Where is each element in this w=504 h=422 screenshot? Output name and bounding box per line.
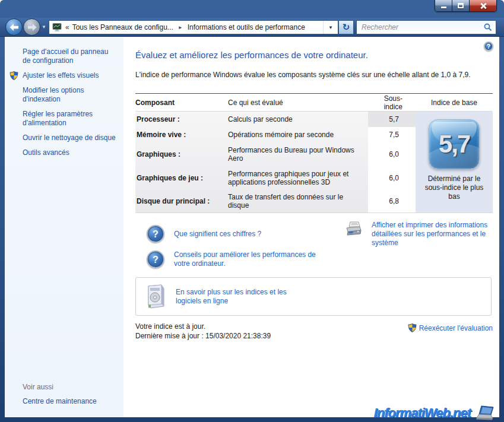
row-primary-disk-score: 6,8 <box>368 190 416 212</box>
help-circle-icon: ? <box>147 225 164 243</box>
maximize-button[interactable] <box>452 0 470 12</box>
minimize-icon <box>441 7 446 8</box>
page-title: Évaluez et améliorez les performances de… <box>135 50 368 60</box>
link-rerun-assessment[interactable]: Réexécuter l'évaluation <box>419 324 493 332</box>
wei-table: Composant Ce qui est évalué Sous-indice … <box>135 93 493 213</box>
row-processor-evaluated: Calculs par seconde <box>228 112 368 127</box>
row-graphics-score: 6,0 <box>368 142 416 166</box>
base-score-value: 5,7 <box>439 130 470 158</box>
search-placeholder: Rechercher <box>362 23 484 31</box>
sidebar-item-disk-cleanup[interactable]: Ouvrir le nettoyage de disque <box>23 134 118 142</box>
printer-icon <box>344 221 362 237</box>
uac-shield-icon <box>9 71 19 81</box>
base-score-panel: 5,7 Déterminé par le sous-indice le plus… <box>416 112 493 212</box>
wei-table-body: Processeur : Calculs par seconde 5,7 Mém… <box>135 112 493 213</box>
watermark: InformatiWeb.net <box>374 405 495 421</box>
sidebar: Page d'accueil du panneau de configurati… <box>5 37 123 417</box>
refresh-button[interactable]: ↻ <box>339 20 354 34</box>
watermark-text: InformatiWeb.net <box>374 405 471 421</box>
performance-monitor-icon <box>52 23 62 31</box>
help-icon: ? <box>487 43 490 50</box>
sidebar-item-adjust-visual-effects[interactable]: Ajuster les effets visuels <box>23 71 118 80</box>
refresh-icon: ↻ <box>343 22 350 33</box>
question-mark: ? <box>153 230 159 239</box>
breadcrumb[interactable]: « Tous les Panneaux de configu... ► Info… <box>49 20 338 34</box>
search-input[interactable]: Rechercher <box>356 20 496 34</box>
row-memory-label: Mémoire vive : <box>135 127 228 142</box>
question-mark: ? <box>153 255 159 264</box>
header-component: Composant <box>135 99 228 107</box>
sidebar-item-control-panel-home[interactable]: Page d'accueil du panneau de configurati… <box>23 47 118 65</box>
link-improve-tips[interactable]: Conseils pour améliorer les performances… <box>174 250 331 268</box>
see-also-header: Voir aussi <box>23 383 97 391</box>
sidebar-item-indexing-options[interactable]: Modifier les options d'indexation <box>23 86 118 104</box>
title-bar[interactable] <box>0 0 504 18</box>
main-content: ? Évaluez et améliorez les performances … <box>123 37 499 417</box>
last-update-text: Dernière mise à jour : 15/03/2020 21:38:… <box>135 331 271 341</box>
row-gaming-graphics-score: 6,0 <box>368 166 416 190</box>
base-score-badge: 5,7 <box>429 119 480 169</box>
row-graphics-label: Graphiques : <box>135 142 228 166</box>
row-memory-score: 7,5 <box>368 127 416 142</box>
row-gaming-graphics-evaluated: Performances graphiques pour jeux et app… <box>228 166 368 190</box>
forward-arrow-icon <box>27 24 37 31</box>
close-icon <box>480 2 487 9</box>
back-arrow-icon <box>9 24 19 31</box>
base-score-caption: Déterminé par le sous-indice le plus bas <box>421 174 487 201</box>
window: ▼ « Tous les Panneaux de configu... ► In… <box>0 0 504 422</box>
sidebar-item-advanced-tools[interactable]: Outils avancés <box>23 148 118 157</box>
link-print-details[interactable]: Afficher et imprimer des informations dé… <box>372 221 493 248</box>
header-base-score: Indice de base <box>416 99 493 107</box>
breadcrumb-root[interactable]: Tous les Panneaux de configu... <box>72 23 173 31</box>
caption-buttons <box>435 0 497 12</box>
sidebar-item-label: Ajuster les effets visuels <box>23 71 99 80</box>
minimize-button[interactable] <box>435 0 452 12</box>
header-evaluated: Ce qui est évalué <box>228 99 368 107</box>
link-what-numbers-mean[interactable]: Que signifient ces chiffres ? <box>174 230 261 239</box>
uac-shield-icon <box>407 323 417 333</box>
client-area: Page d'accueil du panneau de configurati… <box>5 37 499 417</box>
breadcrumb-separator-icon[interactable]: ► <box>178 25 183 30</box>
sidebar-item-power-settings[interactable]: Régler les paramètres d'alimentation <box>23 110 118 128</box>
forward-button[interactable] <box>23 18 40 36</box>
sidebar-item-action-center[interactable]: Centre de maintenance <box>23 397 97 405</box>
learn-online-box: En savoir plus sur les indices et les lo… <box>135 277 492 316</box>
row-gaming-graphics-label: Graphiques de jeu : <box>135 166 228 190</box>
search-icon[interactable] <box>484 23 492 31</box>
row-primary-disk-label: Disque dur principal : <box>135 190 228 212</box>
laptop-icon <box>473 405 495 421</box>
header-subscore: Sous-indice <box>368 94 416 111</box>
row-memory-evaluated: Opérations mémoire par seconde <box>228 127 368 142</box>
page-subtitle: L'indice de performance Windows évalue l… <box>135 71 471 79</box>
help-circle-icon: ? <box>147 250 164 268</box>
navigation-bar: ▼ « Tous les Panneaux de configu... ► In… <box>0 18 504 37</box>
recent-pages-dropdown[interactable]: ▼ <box>42 24 46 30</box>
breadcrumb-current[interactable]: Informations et outils de performance <box>188 23 305 31</box>
close-button[interactable] <box>470 0 496 12</box>
software-box-icon <box>145 284 166 310</box>
help-button[interactable]: ? <box>484 42 493 51</box>
wei-table-header: Composant Ce qui est évalué Sous-indice … <box>135 93 493 112</box>
back-button[interactable] <box>5 18 23 36</box>
row-primary-disk-evaluated: Taux de transfert des données sur le dis… <box>228 190 368 212</box>
breadcrumb-dropdown-icon[interactable]: ▼ <box>323 21 338 34</box>
score-up-to-date-text: Votre indice est à jour. <box>135 322 271 331</box>
row-graphics-evaluated: Performances du Bureau pour Windows Aero <box>228 142 368 166</box>
row-processor-label: Processeur : <box>135 112 228 127</box>
link-learn-online[interactable]: En savoir plus sur les indices et les lo… <box>176 288 312 306</box>
maximize-icon <box>458 3 464 8</box>
row-processor-score: 5,7 <box>368 112 416 127</box>
breadcrumb-collapse-chevron[interactable]: « <box>65 23 69 31</box>
